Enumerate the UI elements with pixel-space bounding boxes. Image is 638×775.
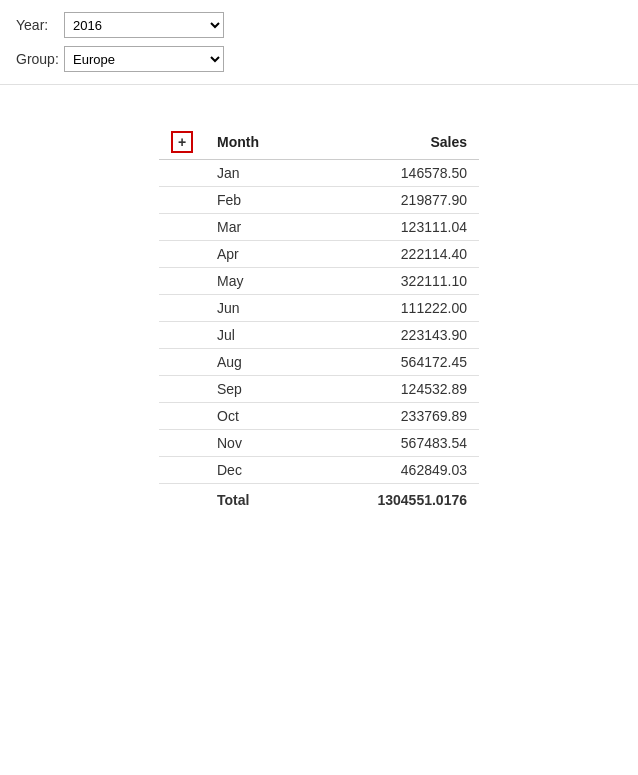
table-row: Apr222114.40: [159, 241, 479, 268]
row-expand-cell: [159, 214, 205, 241]
row-expand-cell: [159, 349, 205, 376]
group-select[interactable]: Europe Americas Asia Global: [64, 46, 224, 72]
group-label: Group:: [16, 51, 64, 67]
year-control-row: Year: 2016 2014 2015 2017: [16, 12, 622, 38]
table-header-row: + Month Sales: [159, 125, 479, 160]
total-label: Total: [205, 484, 306, 514]
table-row: Oct233769.89: [159, 403, 479, 430]
row-expand-cell: [159, 376, 205, 403]
sales-cell: 222114.40: [306, 241, 479, 268]
table-row: Aug564172.45: [159, 349, 479, 376]
table-row: Sep124532.89: [159, 376, 479, 403]
row-expand-cell: [159, 295, 205, 322]
sales-column-header: Sales: [306, 125, 479, 160]
sales-table: + Month Sales Jan146578.50Feb219877.90Ma…: [159, 125, 479, 513]
month-cell: Aug: [205, 349, 306, 376]
sales-cell: 146578.50: [306, 160, 479, 187]
month-cell: Feb: [205, 187, 306, 214]
total-row: Total1304551.0176: [159, 484, 479, 514]
month-cell: Nov: [205, 430, 306, 457]
table-row: Jul223143.90: [159, 322, 479, 349]
row-expand-cell: [159, 268, 205, 295]
row-expand-cell: [159, 457, 205, 484]
table-row: Jun111222.00: [159, 295, 479, 322]
top-controls: Year: 2016 2014 2015 2017 Group: Europe …: [0, 0, 638, 85]
table-row: Feb219877.90: [159, 187, 479, 214]
sales-cell: 124532.89: [306, 376, 479, 403]
row-expand-cell: [159, 241, 205, 268]
sales-cell: 123111.04: [306, 214, 479, 241]
total-expand-cell: [159, 484, 205, 514]
month-cell: Jul: [205, 322, 306, 349]
expand-button[interactable]: +: [171, 131, 193, 153]
row-expand-cell: [159, 160, 205, 187]
row-expand-cell: [159, 403, 205, 430]
sales-cell: 567483.54: [306, 430, 479, 457]
table-row: Nov567483.54: [159, 430, 479, 457]
table-row: Dec462849.03: [159, 457, 479, 484]
sales-cell: 322111.10: [306, 268, 479, 295]
sales-cell: 564172.45: [306, 349, 479, 376]
sales-cell: 223143.90: [306, 322, 479, 349]
month-cell: Oct: [205, 403, 306, 430]
month-cell: Jun: [205, 295, 306, 322]
expand-header-cell: +: [159, 125, 205, 160]
month-cell: Sep: [205, 376, 306, 403]
table-row: Mar123111.04: [159, 214, 479, 241]
row-expand-cell: [159, 322, 205, 349]
content-area: + Month Sales Jan146578.50Feb219877.90Ma…: [0, 85, 638, 533]
month-cell: Jan: [205, 160, 306, 187]
year-label: Year:: [16, 17, 64, 33]
sales-cell: 233769.89: [306, 403, 479, 430]
total-value: 1304551.0176: [306, 484, 479, 514]
table-row: Jan146578.50: [159, 160, 479, 187]
month-cell: May: [205, 268, 306, 295]
group-control-row: Group: Europe Americas Asia Global: [16, 46, 622, 72]
month-cell: Mar: [205, 214, 306, 241]
sales-cell: 462849.03: [306, 457, 479, 484]
sales-cell: 111222.00: [306, 295, 479, 322]
row-expand-cell: [159, 187, 205, 214]
sales-cell: 219877.90: [306, 187, 479, 214]
month-column-header: Month: [205, 125, 306, 160]
year-select[interactable]: 2016 2014 2015 2017: [64, 12, 224, 38]
row-expand-cell: [159, 430, 205, 457]
month-cell: Dec: [205, 457, 306, 484]
month-cell: Apr: [205, 241, 306, 268]
table-row: May322111.10: [159, 268, 479, 295]
